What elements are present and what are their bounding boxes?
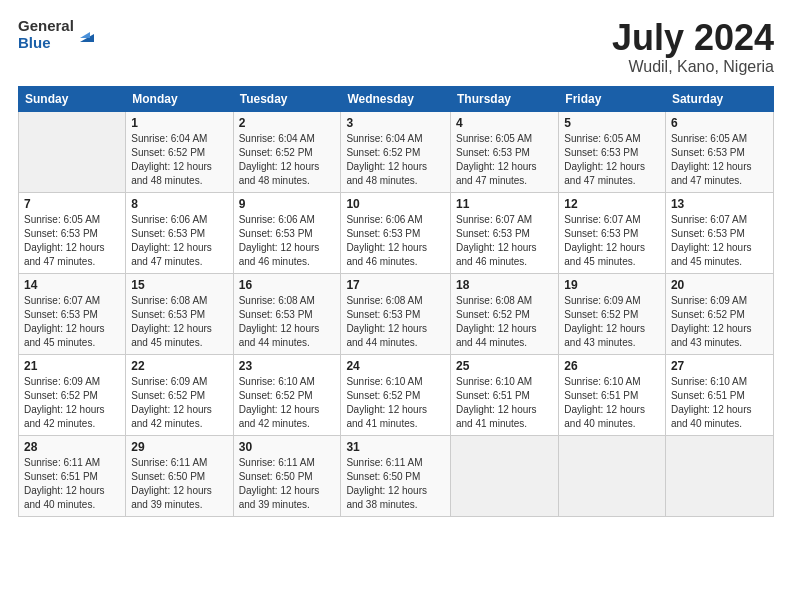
day-number: 22 — [131, 359, 227, 373]
calendar-cell: 1 Sunrise: 6:04 AMSunset: 6:52 PMDayligh… — [126, 111, 233, 192]
calendar-cell: 13 Sunrise: 6:07 AMSunset: 6:53 PMDaylig… — [665, 192, 773, 273]
calendar-cell: 4 Sunrise: 6:05 AMSunset: 6:53 PMDayligh… — [450, 111, 558, 192]
page: General Blue July 2024 Wudil, Kano, Nige… — [0, 0, 792, 612]
day-number: 21 — [24, 359, 120, 373]
day-number: 24 — [346, 359, 445, 373]
calendar-cell — [19, 111, 126, 192]
col-sunday: Sunday — [19, 86, 126, 111]
logo: General Blue — [18, 18, 98, 51]
day-info: Sunrise: 6:04 AMSunset: 6:52 PMDaylight:… — [131, 133, 212, 186]
day-number: 5 — [564, 116, 660, 130]
day-number: 9 — [239, 197, 336, 211]
day-number: 11 — [456, 197, 553, 211]
svg-marker-1 — [80, 32, 90, 38]
day-number: 19 — [564, 278, 660, 292]
day-number: 15 — [131, 278, 227, 292]
day-info: Sunrise: 6:11 AMSunset: 6:51 PMDaylight:… — [24, 457, 105, 510]
calendar-cell — [450, 435, 558, 516]
calendar-week-4: 21 Sunrise: 6:09 AMSunset: 6:52 PMDaylig… — [19, 354, 774, 435]
calendar-cell — [665, 435, 773, 516]
day-number: 12 — [564, 197, 660, 211]
title-block: July 2024 Wudil, Kano, Nigeria — [612, 18, 774, 76]
calendar-cell: 30 Sunrise: 6:11 AMSunset: 6:50 PMDaylig… — [233, 435, 341, 516]
calendar-cell: 25 Sunrise: 6:10 AMSunset: 6:51 PMDaylig… — [450, 354, 558, 435]
day-info: Sunrise: 6:08 AMSunset: 6:53 PMDaylight:… — [131, 295, 212, 348]
day-number: 26 — [564, 359, 660, 373]
day-info: Sunrise: 6:08 AMSunset: 6:53 PMDaylight:… — [239, 295, 320, 348]
day-info: Sunrise: 6:09 AMSunset: 6:52 PMDaylight:… — [131, 376, 212, 429]
header-row: Sunday Monday Tuesday Wednesday Thursday… — [19, 86, 774, 111]
calendar-cell: 16 Sunrise: 6:08 AMSunset: 6:53 PMDaylig… — [233, 273, 341, 354]
day-number: 4 — [456, 116, 553, 130]
day-info: Sunrise: 6:10 AMSunset: 6:51 PMDaylight:… — [564, 376, 645, 429]
calendar-cell: 8 Sunrise: 6:06 AMSunset: 6:53 PMDayligh… — [126, 192, 233, 273]
day-info: Sunrise: 6:09 AMSunset: 6:52 PMDaylight:… — [564, 295, 645, 348]
calendar-cell: 12 Sunrise: 6:07 AMSunset: 6:53 PMDaylig… — [559, 192, 666, 273]
calendar-cell: 27 Sunrise: 6:10 AMSunset: 6:51 PMDaylig… — [665, 354, 773, 435]
calendar-cell: 21 Sunrise: 6:09 AMSunset: 6:52 PMDaylig… — [19, 354, 126, 435]
day-number: 25 — [456, 359, 553, 373]
col-thursday: Thursday — [450, 86, 558, 111]
logo-icon — [76, 24, 98, 46]
calendar-cell: 19 Sunrise: 6:09 AMSunset: 6:52 PMDaylig… — [559, 273, 666, 354]
day-number: 16 — [239, 278, 336, 292]
calendar-cell: 9 Sunrise: 6:06 AMSunset: 6:53 PMDayligh… — [233, 192, 341, 273]
day-info: Sunrise: 6:09 AMSunset: 6:52 PMDaylight:… — [24, 376, 105, 429]
calendar-cell: 17 Sunrise: 6:08 AMSunset: 6:53 PMDaylig… — [341, 273, 451, 354]
day-info: Sunrise: 6:11 AMSunset: 6:50 PMDaylight:… — [131, 457, 212, 510]
col-monday: Monday — [126, 86, 233, 111]
calendar-cell: 10 Sunrise: 6:06 AMSunset: 6:53 PMDaylig… — [341, 192, 451, 273]
day-info: Sunrise: 6:10 AMSunset: 6:51 PMDaylight:… — [456, 376, 537, 429]
calendar-week-2: 7 Sunrise: 6:05 AMSunset: 6:53 PMDayligh… — [19, 192, 774, 273]
day-info: Sunrise: 6:11 AMSunset: 6:50 PMDaylight:… — [239, 457, 320, 510]
calendar-cell: 15 Sunrise: 6:08 AMSunset: 6:53 PMDaylig… — [126, 273, 233, 354]
day-info: Sunrise: 6:07 AMSunset: 6:53 PMDaylight:… — [456, 214, 537, 267]
calendar-cell: 11 Sunrise: 6:07 AMSunset: 6:53 PMDaylig… — [450, 192, 558, 273]
calendar-cell: 23 Sunrise: 6:10 AMSunset: 6:52 PMDaylig… — [233, 354, 341, 435]
logo-text: General Blue — [18, 18, 74, 51]
day-info: Sunrise: 6:10 AMSunset: 6:52 PMDaylight:… — [239, 376, 320, 429]
day-info: Sunrise: 6:04 AMSunset: 6:52 PMDaylight:… — [239, 133, 320, 186]
calendar-cell: 7 Sunrise: 6:05 AMSunset: 6:53 PMDayligh… — [19, 192, 126, 273]
day-info: Sunrise: 6:05 AMSunset: 6:53 PMDaylight:… — [564, 133, 645, 186]
day-number: 30 — [239, 440, 336, 454]
calendar-cell: 20 Sunrise: 6:09 AMSunset: 6:52 PMDaylig… — [665, 273, 773, 354]
day-number: 14 — [24, 278, 120, 292]
day-number: 23 — [239, 359, 336, 373]
day-info: Sunrise: 6:08 AMSunset: 6:52 PMDaylight:… — [456, 295, 537, 348]
day-number: 31 — [346, 440, 445, 454]
main-title: July 2024 — [612, 18, 774, 58]
calendar-cell: 3 Sunrise: 6:04 AMSunset: 6:52 PMDayligh… — [341, 111, 451, 192]
day-info: Sunrise: 6:05 AMSunset: 6:53 PMDaylight:… — [671, 133, 752, 186]
day-info: Sunrise: 6:08 AMSunset: 6:53 PMDaylight:… — [346, 295, 427, 348]
day-number: 1 — [131, 116, 227, 130]
day-number: 3 — [346, 116, 445, 130]
day-info: Sunrise: 6:04 AMSunset: 6:52 PMDaylight:… — [346, 133, 427, 186]
logo-general: General — [18, 18, 74, 35]
day-number: 18 — [456, 278, 553, 292]
day-number: 29 — [131, 440, 227, 454]
calendar-week-5: 28 Sunrise: 6:11 AMSunset: 6:51 PMDaylig… — [19, 435, 774, 516]
day-info: Sunrise: 6:07 AMSunset: 6:53 PMDaylight:… — [671, 214, 752, 267]
day-info: Sunrise: 6:07 AMSunset: 6:53 PMDaylight:… — [564, 214, 645, 267]
subtitle: Wudil, Kano, Nigeria — [612, 58, 774, 76]
calendar-cell: 6 Sunrise: 6:05 AMSunset: 6:53 PMDayligh… — [665, 111, 773, 192]
col-friday: Friday — [559, 86, 666, 111]
day-info: Sunrise: 6:06 AMSunset: 6:53 PMDaylight:… — [239, 214, 320, 267]
calendar-header: Sunday Monday Tuesday Wednesday Thursday… — [19, 86, 774, 111]
calendar-cell: 14 Sunrise: 6:07 AMSunset: 6:53 PMDaylig… — [19, 273, 126, 354]
calendar-cell: 5 Sunrise: 6:05 AMSunset: 6:53 PMDayligh… — [559, 111, 666, 192]
calendar-cell: 22 Sunrise: 6:09 AMSunset: 6:52 PMDaylig… — [126, 354, 233, 435]
day-info: Sunrise: 6:05 AMSunset: 6:53 PMDaylight:… — [456, 133, 537, 186]
day-number: 17 — [346, 278, 445, 292]
day-number: 8 — [131, 197, 227, 211]
calendar-body: 1 Sunrise: 6:04 AMSunset: 6:52 PMDayligh… — [19, 111, 774, 516]
logo-blue: Blue — [18, 35, 74, 52]
calendar-week-3: 14 Sunrise: 6:07 AMSunset: 6:53 PMDaylig… — [19, 273, 774, 354]
calendar-cell: 26 Sunrise: 6:10 AMSunset: 6:51 PMDaylig… — [559, 354, 666, 435]
calendar-cell: 2 Sunrise: 6:04 AMSunset: 6:52 PMDayligh… — [233, 111, 341, 192]
calendar-week-1: 1 Sunrise: 6:04 AMSunset: 6:52 PMDayligh… — [19, 111, 774, 192]
day-number: 13 — [671, 197, 768, 211]
calendar-cell: 29 Sunrise: 6:11 AMSunset: 6:50 PMDaylig… — [126, 435, 233, 516]
day-info: Sunrise: 6:05 AMSunset: 6:53 PMDaylight:… — [24, 214, 105, 267]
